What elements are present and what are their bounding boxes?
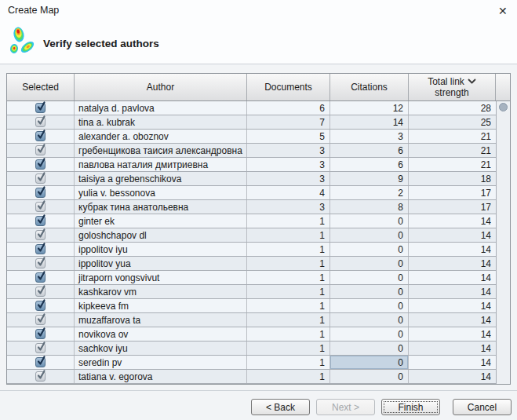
selected-cell[interactable]	[7, 285, 75, 298]
selected-cell[interactable]	[7, 271, 75, 284]
table-row[interactable]: павлова наталия дмитриевна 3 6 21	[7, 158, 496, 172]
documents-cell[interactable]: 1	[247, 271, 330, 284]
citations-cell[interactable]: 12	[330, 101, 409, 115]
total-link-strength-cell[interactable]: 14	[409, 228, 496, 242]
author-cell[interactable]: ippolitov iyu	[75, 243, 247, 256]
author-cell[interactable]: павлова наталия дмитриевна	[75, 158, 247, 171]
selected-cell[interactable]	[7, 144, 75, 157]
author-cell[interactable]: гребенщикова таисия александровна	[75, 144, 247, 157]
column-header-selected[interactable]: Selected	[7, 74, 75, 100]
documents-cell[interactable]: 3	[247, 144, 330, 157]
documents-cell[interactable]: 1	[247, 228, 330, 242]
total-link-strength-cell[interactable]: 14	[409, 313, 496, 327]
documents-cell[interactable]: 5	[247, 130, 330, 143]
checkbox-checked-icon[interactable]	[35, 343, 46, 353]
table-row[interactable]: sachkov iyu 1 0 14	[7, 341, 496, 356]
citations-cell[interactable]: 0	[330, 370, 409, 383]
author-cell[interactable]: novikova ov	[75, 327, 247, 341]
table-row[interactable]: novikova ov 1 0 14	[7, 327, 496, 341]
documents-cell[interactable]: 4	[247, 186, 330, 199]
total-link-strength-cell[interactable]: 14	[409, 271, 496, 284]
selected-cell[interactable]	[7, 341, 75, 355]
author-cell[interactable]: ginter ek	[75, 214, 247, 228]
author-cell[interactable]: tina a. kubrak	[75, 115, 247, 129]
table-row[interactable]: jitraporn vongsvivut 1 0 14	[7, 271, 496, 285]
checkbox-checked-icon[interactable]	[35, 301, 46, 311]
selected-cell[interactable]	[7, 158, 75, 171]
citations-cell[interactable]: 14	[330, 115, 409, 129]
author-cell[interactable]: muzaffarova ta	[75, 313, 247, 327]
total-link-strength-cell[interactable]: 14	[409, 243, 496, 256]
selected-cell[interactable]	[7, 115, 75, 129]
selected-cell[interactable]	[7, 130, 75, 143]
total-link-strength-cell[interactable]: 14	[409, 341, 496, 355]
total-link-strength-cell[interactable]: 14	[409, 356, 496, 369]
total-link-strength-cell[interactable]: 14	[409, 257, 496, 270]
author-cell[interactable]: yulia v. bessonova	[75, 186, 247, 199]
checkbox-checked-icon[interactable]	[35, 173, 46, 184]
table-row[interactable]: taisiya a grebenschikova 3 9 18	[7, 172, 496, 186]
total-link-strength-cell[interactable]: 14	[409, 327, 496, 341]
column-header-author[interactable]: Author	[75, 74, 247, 100]
author-cell[interactable]: jitraporn vongsvivut	[75, 271, 247, 284]
documents-cell[interactable]: 3	[247, 158, 330, 171]
documents-cell[interactable]: 1	[247, 341, 330, 355]
documents-cell[interactable]: 1	[247, 356, 330, 369]
documents-cell[interactable]: 1	[247, 243, 330, 256]
checkbox-checked-icon[interactable]	[35, 315, 46, 325]
documents-cell[interactable]: 1	[247, 370, 330, 383]
citations-cell[interactable]: 0	[330, 257, 409, 270]
total-link-strength-cell[interactable]: 17	[409, 186, 496, 199]
citations-cell[interactable]: 0	[330, 228, 409, 242]
author-cell[interactable]: alexander a. oboznov	[75, 130, 247, 143]
citations-cell[interactable]: 0	[330, 356, 409, 369]
author-cell[interactable]: kashkarov vm	[75, 285, 247, 298]
citations-cell[interactable]: 9	[330, 172, 409, 185]
table-row[interactable]: ginter ek 1 0 14	[7, 214, 496, 228]
documents-cell[interactable]: 1	[247, 327, 330, 341]
selected-cell[interactable]	[7, 172, 75, 185]
table-row[interactable]: ippolitov iyu 1 0 14	[7, 243, 496, 257]
checkbox-checked-icon[interactable]	[35, 188, 46, 198]
citations-cell[interactable]: 0	[330, 243, 409, 256]
selected-cell[interactable]	[7, 101, 75, 115]
total-link-strength-cell[interactable]: 21	[409, 130, 496, 143]
total-link-strength-cell[interactable]: 21	[409, 144, 496, 157]
checkbox-checked-icon[interactable]	[35, 287, 46, 297]
citations-cell[interactable]: 0	[330, 341, 409, 355]
total-link-strength-cell[interactable]: 14	[409, 299, 496, 312]
table-row[interactable]: tatiana v. egorova 1 0 14	[7, 370, 496, 384]
documents-cell[interactable]: 3	[247, 172, 330, 185]
total-link-strength-cell[interactable]: 17	[409, 200, 496, 214]
selected-cell[interactable]	[7, 299, 75, 312]
checkbox-checked-icon[interactable]	[35, 357, 46, 367]
selected-cell[interactable]	[7, 370, 75, 383]
close-icon[interactable]: ✕	[493, 2, 511, 18]
documents-cell[interactable]: 3	[247, 200, 330, 214]
cancel-button[interactable]: Cancel	[453, 399, 512, 415]
table-row[interactable]: seredin pv 1 0 14	[7, 356, 496, 370]
selected-cell[interactable]	[7, 228, 75, 242]
checkbox-checked-icon[interactable]	[35, 145, 46, 155]
documents-cell[interactable]: 1	[247, 313, 330, 327]
author-cell[interactable]: natalya d. pavlova	[75, 101, 247, 115]
documents-cell[interactable]: 1	[247, 214, 330, 228]
table-row[interactable]: ippolitov yua 1 0 14	[7, 257, 496, 271]
table-row[interactable]: natalya d. pavlova 6 12 28	[7, 101, 496, 115]
author-cell[interactable]: taisiya a grebenschikova	[75, 172, 247, 185]
citations-cell[interactable]: 3	[330, 130, 409, 143]
total-link-strength-cell[interactable]: 28	[409, 101, 496, 115]
author-cell[interactable]: goloshchapov dl	[75, 228, 247, 242]
selected-cell[interactable]	[7, 186, 75, 199]
column-header-documents[interactable]: Documents	[247, 74, 330, 100]
citations-cell[interactable]: 0	[330, 214, 409, 228]
table-row[interactable]: кубрак тина анатольевна 3 8 17	[7, 200, 496, 214]
column-header-citations[interactable]: Citations	[330, 74, 409, 100]
checkbox-checked-icon[interactable]	[35, 103, 46, 113]
checkbox-checked-icon[interactable]	[35, 329, 46, 339]
citations-cell[interactable]: 8	[330, 200, 409, 214]
documents-cell[interactable]: 1	[247, 299, 330, 312]
selected-cell[interactable]	[7, 243, 75, 256]
author-cell[interactable]: кубрак тина анатольевна	[75, 200, 247, 214]
checkbox-checked-icon[interactable]	[35, 216, 46, 226]
